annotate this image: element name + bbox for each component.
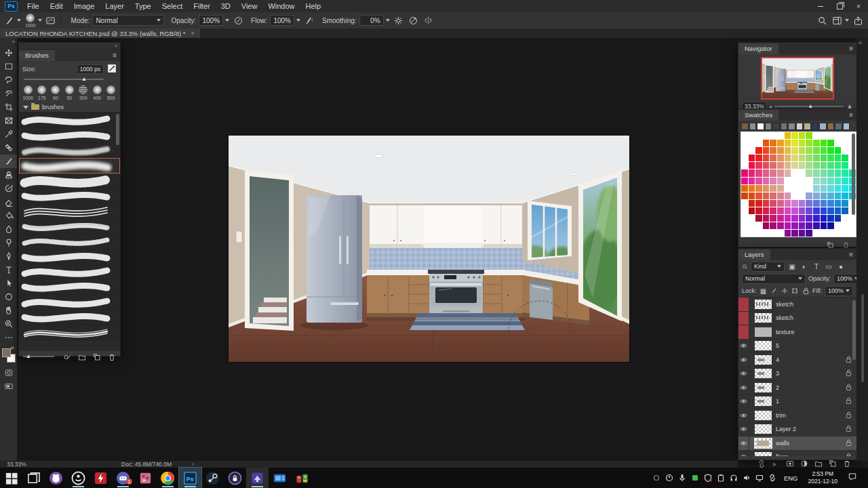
- taskbar-github-icon[interactable]: [45, 468, 67, 488]
- layer-visibility-toggle[interactable]: [738, 395, 749, 409]
- brush-preset-50[interactable]: 50: [62, 85, 76, 100]
- swatch-cell[interactable]: [749, 215, 755, 222]
- swatch-cell[interactable]: [749, 200, 755, 207]
- recent-swatch[interactable]: [819, 123, 827, 130]
- swatch-cell[interactable]: [799, 222, 806, 229]
- layer-visibility-toggle[interactable]: [738, 367, 749, 381]
- swatch-cell[interactable]: [749, 192, 755, 199]
- swatch-cell[interactable]: [806, 155, 812, 161]
- healing-brush-tool[interactable]: [0, 141, 17, 155]
- swatch-cell[interactable]: [799, 162, 806, 169]
- swatch-cell[interactable]: [821, 132, 827, 139]
- brush-item-flat[interactable]: [19, 295, 120, 310]
- zoom-out-icon[interactable]: ▴: [770, 104, 772, 108]
- layer-thumbnail[interactable]: [755, 327, 772, 337]
- swatch-cell[interactable]: [749, 178, 755, 184]
- lock-pixels-icon[interactable]: [770, 287, 778, 294]
- swatch-cell[interactable]: [749, 207, 755, 214]
- dock-scrollbar[interactable]: [861, 294, 864, 382]
- swatch-cell[interactable]: [835, 192, 842, 199]
- swatch-cell[interactable]: [749, 185, 755, 192]
- swatch-cell[interactable]: [749, 169, 755, 176]
- swatch-cell[interactable]: [827, 162, 834, 169]
- panel-menu-icon[interactable]: ≡: [849, 45, 853, 52]
- brush-group-row[interactable]: brushes: [19, 100, 120, 112]
- taskbar-pink-game-icon[interactable]: [134, 468, 157, 488]
- swatch-cell[interactable]: [785, 147, 791, 154]
- layer-thumbnail[interactable]: [755, 300, 772, 309]
- swatch-cell[interactable]: [763, 215, 770, 222]
- swatch-cell[interactable]: [741, 185, 748, 192]
- swatch-cell[interactable]: [755, 178, 762, 184]
- swatch-cell[interactable]: [785, 162, 791, 169]
- swatch-cell[interactable]: [827, 140, 834, 146]
- swatch-cell[interactable]: [799, 207, 806, 214]
- menu-file[interactable]: File: [22, 2, 45, 10]
- layer-row-trim[interactable]: trim: [738, 409, 856, 423]
- swatch-cell[interactable]: [806, 215, 812, 222]
- brush-preset-500[interactable]: 500: [104, 85, 117, 100]
- brush-preset-60[interactable]: 60: [49, 85, 62, 100]
- chevron-down-icon[interactable]: [38, 19, 42, 22]
- swatch-cell[interactable]: [785, 230, 791, 237]
- zoom-tool[interactable]: [0, 317, 17, 331]
- swatch-cell[interactable]: [827, 200, 834, 207]
- swatch-cell[interactable]: [785, 185, 791, 192]
- layer-row-3[interactable]: 3: [738, 367, 856, 382]
- swatch-cell[interactable]: [791, 207, 798, 214]
- chevron-down-icon[interactable]: [845, 19, 849, 22]
- brush-item-chalk[interactable]: [19, 219, 120, 234]
- swatch-cell[interactable]: [842, 230, 848, 237]
- swatch-cell[interactable]: [770, 169, 776, 176]
- screen-mode-button[interactable]: [0, 380, 17, 393]
- taskbar-purple-app-icon[interactable]: [246, 468, 269, 488]
- swatch-cell[interactable]: [785, 192, 791, 199]
- swatch-cell[interactable]: [763, 207, 770, 214]
- restore-button[interactable]: [830, 0, 849, 12]
- brush-item-multiline[interactable]: [19, 203, 120, 218]
- swatch-cell[interactable]: [741, 215, 748, 222]
- layer-visibility-toggle[interactable]: [738, 381, 749, 394]
- tray-clipboard-icon[interactable]: [717, 474, 725, 482]
- layer-thumbnail[interactable]: [755, 452, 772, 456]
- panel-menu-icon[interactable]: ≡: [113, 52, 117, 59]
- layer-visibility-toggle[interactable]: [738, 436, 749, 450]
- swatch-cell[interactable]: [791, 230, 798, 237]
- swatch-cell[interactable]: [785, 215, 791, 222]
- menu-edit[interactable]: Edit: [45, 2, 68, 10]
- eraser-tool[interactable]: [0, 195, 17, 209]
- smoothing-input[interactable]: 0%: [359, 15, 384, 26]
- swatch-cell[interactable]: [749, 155, 755, 161]
- chevron-down-icon[interactable]: [17, 19, 21, 22]
- swatch-cell[interactable]: [777, 155, 784, 161]
- filter-type-icon[interactable]: T: [812, 263, 821, 270]
- layer-thumbnail[interactable]: [755, 383, 772, 392]
- swatch-cell[interactable]: [791, 178, 798, 184]
- swatch-cell[interactable]: [755, 169, 762, 176]
- clock[interactable]: 2:53 PM 2021-12-10: [806, 470, 840, 485]
- recent-swatch[interactable]: [804, 123, 811, 130]
- crop-tool[interactable]: [0, 100, 17, 114]
- swatch-cell[interactable]: [821, 222, 827, 229]
- taskbar-steam-icon[interactable]: [201, 468, 224, 488]
- brush-footer-slider[interactable]: ▲: [23, 354, 54, 361]
- swatch-cell[interactable]: [827, 178, 834, 184]
- tray-defender-icon[interactable]: [704, 474, 712, 482]
- swatch-cell[interactable]: [777, 140, 784, 146]
- recent-swatch[interactable]: [772, 123, 780, 130]
- chevron-down-icon[interactable]: [296, 19, 300, 22]
- filter-smart-icon[interactable]: ●: [836, 263, 846, 270]
- lock-all-icon[interactable]: [802, 287, 810, 295]
- brush-preset-200[interactable]: 200: [77, 85, 90, 100]
- brush-item-smooth[interactable]: [19, 127, 120, 142]
- filter-adjustment-icon[interactable]: ◐: [800, 263, 809, 270]
- swatch-cell[interactable]: [777, 185, 784, 192]
- menu-filter[interactable]: Filter: [188, 2, 215, 10]
- layer-visibility-toggle[interactable]: [738, 298, 749, 311]
- menu-type[interactable]: Type: [130, 2, 157, 10]
- swatch-cell[interactable]: [770, 215, 776, 222]
- swatch-cell[interactable]: [835, 230, 842, 237]
- swatch-cell[interactable]: [799, 185, 806, 192]
- brush-item-smooth[interactable]: [19, 310, 120, 325]
- filter-image-icon[interactable]: ▣: [787, 263, 797, 270]
